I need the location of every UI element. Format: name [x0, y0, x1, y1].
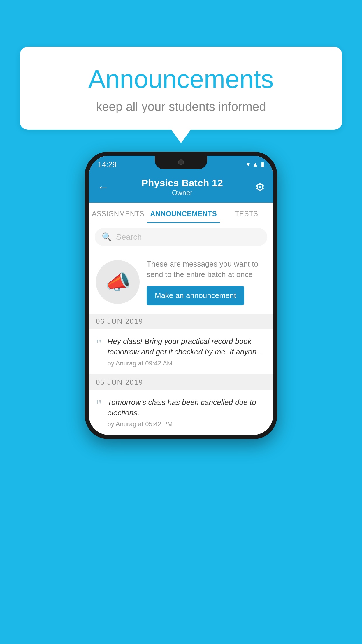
settings-button[interactable]: ⚙	[255, 181, 265, 194]
announcement-description: These are messages you want to send to t…	[147, 259, 266, 280]
phone-notch	[155, 156, 207, 169]
tab-assignments[interactable]: ASSIGNMENTS	[89, 203, 147, 223]
back-button[interactable]: ←	[97, 181, 109, 193]
megaphone-icon: 📣	[105, 270, 131, 294]
date-separator-1: 06 JUN 2019	[89, 314, 273, 329]
bubble-title: Announcements	[37, 64, 325, 94]
announcement-message-1: Hey class! Bring your practical record b…	[108, 336, 266, 357]
announcement-meta-2: by Anurag at 05:42 PM	[108, 420, 266, 428]
announcement-right: These are messages you want to send to t…	[147, 259, 266, 305]
search-container: 🔍 Search	[89, 223, 273, 251]
tabs-bar: ASSIGNMENTS ANNOUNCEMENTS TESTS	[89, 203, 273, 223]
announcement-content-2: Tomorrow's class has been cancelled due …	[108, 397, 266, 428]
header-subtitle: Owner	[141, 189, 223, 197]
tab-announcements[interactable]: ANNOUNCEMENTS	[147, 203, 220, 223]
speech-bubble-section: Announcements keep all your students inf…	[20, 47, 342, 130]
front-camera	[178, 159, 184, 165]
date-separator-2: 05 JUN 2019	[89, 374, 273, 390]
phone-screen: 14:29 ▾ ▲ ▮ ← Physics Batch 12 Owner ⚙	[89, 156, 273, 435]
battery-icon: ▮	[261, 161, 264, 168]
phone-frame: 14:29 ▾ ▲ ▮ ← Physics Batch 12 Owner ⚙	[85, 152, 277, 439]
announcement-content-1: Hey class! Bring your practical record b…	[108, 336, 266, 367]
announcement-prompt: 📣 These are messages you want to send to…	[89, 251, 273, 314]
status-icons: ▾ ▲ ▮	[247, 161, 264, 168]
header-title-block: Physics Batch 12 Owner	[141, 177, 223, 197]
tab-tests[interactable]: TESTS	[220, 203, 273, 223]
search-bar[interactable]: 🔍 Search	[95, 228, 267, 246]
phone-mockup: 14:29 ▾ ▲ ▮ ← Physics Batch 12 Owner ⚙	[85, 152, 277, 439]
announcement-item-1[interactable]: " Hey class! Bring your practical record…	[89, 329, 273, 374]
search-placeholder: Search	[116, 232, 142, 242]
wifi-icon: ▾	[247, 161, 250, 168]
announcement-item-2[interactable]: " Tomorrow's class has been cancelled du…	[89, 390, 273, 435]
search-icon: 🔍	[102, 232, 112, 242]
quote-icon-1: "	[96, 337, 102, 351]
status-time: 14:29	[98, 160, 117, 169]
speech-bubble: Announcements keep all your students inf…	[20, 47, 342, 130]
app-header: ← Physics Batch 12 Owner ⚙	[89, 172, 273, 203]
announcement-icon-circle: 📣	[96, 260, 140, 304]
announcement-message-2: Tomorrow's class has been cancelled due …	[108, 397, 266, 418]
header-title: Physics Batch 12	[141, 177, 223, 189]
quote-icon-2: "	[96, 398, 102, 412]
make-announcement-button[interactable]: Make an announcement	[147, 286, 244, 305]
signal-icon: ▲	[252, 161, 259, 168]
announcement-meta-1: by Anurag at 09:42 AM	[108, 360, 266, 367]
bubble-subtitle: keep all your students informed	[37, 100, 325, 114]
